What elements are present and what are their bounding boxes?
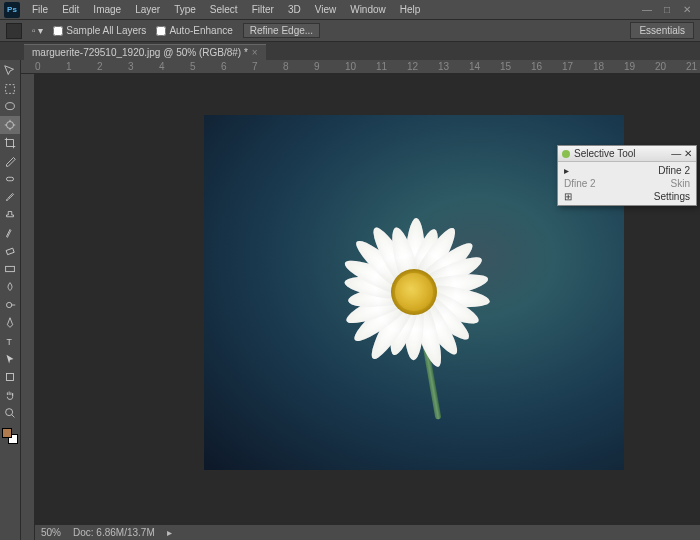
tab-close-icon[interactable]: × [252,47,258,58]
svg-point-2 [7,122,14,129]
svg-rect-3 [7,177,14,181]
window-controls: — □ ✕ [638,3,696,17]
svg-point-6 [7,302,12,307]
float-row-1[interactable]: ▸ Dfine 2 [562,164,692,177]
auto-enhance-label: Auto-Enhance [169,25,232,36]
float-row-2[interactable]: Dfine 2Skin [562,177,692,190]
quick-select-tool-icon[interactable] [0,116,20,134]
sample-all-layers-checkbox[interactable]: Sample All Layers [53,25,146,36]
svg-rect-8 [7,374,14,381]
crop-tool-icon[interactable] [0,134,20,152]
svg-text:T: T [7,337,13,347]
menu-type[interactable]: Type [168,2,202,17]
svg-rect-0 [6,85,15,94]
document-tab-title: marguerite-729510_1920.jpg @ 50% (RGB/8#… [32,47,248,58]
menu-bar: Ps File Edit Image Layer Type Select Fil… [0,0,700,20]
svg-point-1 [6,103,15,110]
lasso-tool-icon[interactable] [0,98,20,116]
type-tool-icon[interactable]: T [0,332,20,350]
horizontal-ruler[interactable]: 0123456789101112131415161718192021222324 [21,60,700,74]
shape-tool-icon[interactable] [0,368,20,386]
menu-image[interactable]: Image [87,2,127,17]
stamp-tool-icon[interactable] [0,206,20,224]
brush-tool-icon[interactable] [0,188,20,206]
auto-enhance-checkbox[interactable]: Auto-Enhance [156,25,232,36]
current-tool-icon[interactable] [6,23,22,39]
menu-layer[interactable]: Layer [129,2,166,17]
sample-all-label: Sample All Layers [66,25,146,36]
healing-tool-icon[interactable] [0,170,20,188]
status-bar: 50% Doc: 6.86M/13.7M ▸ [35,524,700,540]
status-expand-icon[interactable]: ▸ [167,527,172,538]
menu-select[interactable]: Select [204,2,244,17]
menu-view[interactable]: View [309,2,343,17]
hand-tool-icon[interactable] [0,386,20,404]
refine-edge-button[interactable]: Refine Edge... [243,23,320,38]
close-icon[interactable]: ✕ [678,3,696,17]
dodge-tool-icon[interactable] [0,296,20,314]
size-icon[interactable]: ▫ ▾ [32,25,43,36]
workspace-switcher[interactable]: Essentials [630,22,694,39]
app-logo: Ps [4,2,20,18]
float-window-titlebar[interactable]: Selective Tool — ✕ [558,146,696,162]
main-menu: File Edit Image Layer Type Select Filter… [26,2,426,17]
marquee-tool-icon[interactable] [0,80,20,98]
path-select-tool-icon[interactable] [0,350,20,368]
menu-help[interactable]: Help [394,2,427,17]
svg-rect-4 [6,248,14,255]
plugin-icon [562,150,570,158]
blur-tool-icon[interactable] [0,278,20,296]
menu-file[interactable]: File [26,2,54,17]
float-window-title: Selective Tool [574,148,636,159]
pen-tool-icon[interactable] [0,314,20,332]
eraser-tool-icon[interactable] [0,242,20,260]
canvas-area: 0123456789101112131415161718192021222324… [21,60,700,540]
move-tool-icon[interactable] [0,62,20,80]
menu-window[interactable]: Window [344,2,392,17]
zoom-tool-icon[interactable] [0,404,20,422]
document-tab[interactable]: marguerite-729510_1920.jpg @ 50% (RGB/8#… [24,44,266,60]
eyedropper-tool-icon[interactable] [0,152,20,170]
menu-3d[interactable]: 3D [282,2,307,17]
float-window-body: ▸ Dfine 2 Dfine 2Skin ⊞ Settings [558,162,696,205]
float-row-3[interactable]: ⊞ Settings [562,190,692,203]
color-swatch-pair[interactable] [0,426,20,446]
toolbox: T [0,60,21,540]
history-brush-icon[interactable] [0,224,20,242]
foreground-color-swatch[interactable] [2,428,12,438]
svg-rect-5 [6,266,15,271]
document-info[interactable]: Doc: 6.86M/13.7M [73,527,155,538]
menu-filter[interactable]: Filter [246,2,280,17]
minimize-icon[interactable]: — [638,3,656,17]
document-tabs: marguerite-729510_1920.jpg @ 50% (RGB/8#… [0,42,700,60]
menu-edit[interactable]: Edit [56,2,85,17]
options-bar: ▫ ▾ Sample All Layers Auto-Enhance Refin… [0,20,700,42]
selective-tool-window[interactable]: Selective Tool — ✕ ▸ Dfine 2 Dfine 2Skin… [557,145,697,206]
maximize-icon[interactable]: □ [658,3,676,17]
svg-point-9 [6,409,13,416]
gradient-tool-icon[interactable] [0,260,20,278]
zoom-value[interactable]: 50% [41,527,61,538]
